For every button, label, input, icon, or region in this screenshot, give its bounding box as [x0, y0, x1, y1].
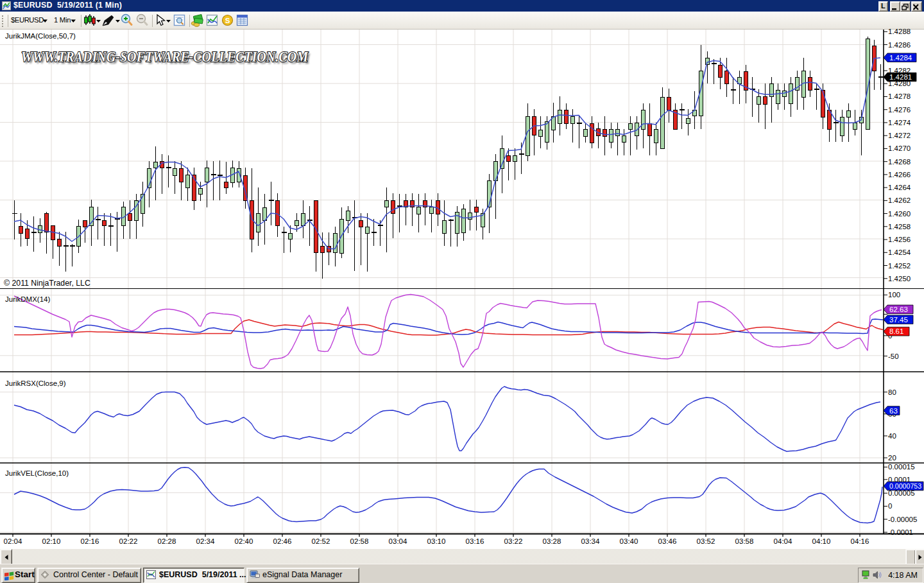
svg-text:03:04: 03:04 [389, 537, 407, 545]
svg-text:02:40: 02:40 [235, 537, 253, 545]
svg-text:03:16: 03:16 [466, 537, 484, 545]
svg-text:1.4284: 1.4284 [889, 54, 912, 62]
svg-text:02:22: 02:22 [119, 537, 138, 545]
svg-text:JurikVEL(Close,10): JurikVEL(Close,10) [5, 469, 69, 477]
svg-text:1.4250: 1.4250 [888, 275, 911, 283]
svg-text:04:10: 04:10 [812, 537, 831, 545]
svg-text:62.63: 62.63 [889, 306, 908, 313]
svg-text:100: 100 [888, 291, 900, 299]
svg-text:1.4270: 1.4270 [888, 144, 911, 152]
svg-text:1.4274: 1.4274 [888, 119, 911, 126]
svg-text:20: 20 [888, 454, 896, 462]
svg-text:1.4278: 1.4278 [888, 92, 911, 100]
svg-text:1.4254: 1.4254 [888, 248, 911, 256]
svg-text:02:34: 02:34 [196, 537, 215, 545]
svg-text:1.4281: 1.4281 [889, 73, 912, 81]
svg-text:1.4258: 1.4258 [888, 223, 911, 231]
svg-text:37.45: 37.45 [889, 316, 908, 324]
svg-text:WWW.TRADING-SOFTWARE-COLLECTIO: WWW.TRADING-SOFTWARE-COLLECTION.COM [21, 48, 309, 65]
svg-text:03:58: 03:58 [735, 537, 754, 545]
svg-text:1.4276: 1.4276 [888, 106, 911, 114]
svg-text:40: 40 [888, 432, 896, 440]
svg-text:1.4272: 1.4272 [888, 132, 911, 139]
svg-text:04:16: 04:16 [851, 537, 869, 545]
svg-text:1.4262: 1.4262 [888, 196, 911, 204]
svg-text:© 2011 NinjaTrader, LLC: © 2011 NinjaTrader, LLC [4, 279, 90, 288]
svg-text:1.4268: 1.4268 [888, 158, 911, 166]
svg-text:JurikJMA(Close,50,7): JurikJMA(Close,50,7) [5, 32, 76, 40]
svg-text:03:46: 03:46 [658, 537, 677, 545]
svg-text:02:16: 02:16 [81, 537, 99, 545]
svg-text:03:28: 03:28 [543, 537, 561, 545]
svg-text:-0.00005: -0.00005 [888, 516, 917, 523]
svg-text:JurikDMX(14): JurikDMX(14) [5, 295, 50, 303]
svg-text:1.4256: 1.4256 [888, 236, 911, 243]
svg-text:JurikRSX(Close,9): JurikRSX(Close,9) [5, 379, 66, 387]
svg-text:03:22: 03:22 [504, 537, 523, 545]
svg-text:03:10: 03:10 [427, 537, 446, 545]
svg-text:1.4286: 1.4286 [888, 41, 911, 49]
svg-text:80: 80 [888, 388, 896, 396]
svg-text:04:04: 04:04 [774, 537, 792, 545]
svg-text:1.4266: 1.4266 [888, 171, 911, 178]
svg-text:03:34: 03:34 [581, 537, 600, 545]
svg-text:-0.0001: -0.0001 [888, 528, 913, 536]
svg-text:02:58: 02:58 [350, 537, 369, 545]
svg-text:-50: -50 [888, 352, 899, 360]
svg-text:8.61: 8.61 [889, 327, 903, 335]
svg-text:02:10: 02:10 [42, 537, 61, 545]
svg-text:03:52: 03:52 [697, 537, 715, 545]
svg-text:03:40: 03:40 [620, 537, 638, 545]
svg-text:0.00015: 0.00015 [888, 463, 915, 471]
svg-text:1.4288: 1.4288 [888, 28, 911, 35]
svg-text:0.0000753: 0.0000753 [889, 482, 921, 490]
svg-text:0: 0 [888, 502, 892, 510]
svg-text:1.4260: 1.4260 [888, 210, 911, 218]
svg-text:02:04: 02:04 [4, 537, 22, 545]
svg-text:63: 63 [889, 407, 898, 415]
svg-text:02:28: 02:28 [158, 537, 176, 545]
svg-text:1.4264: 1.4264 [888, 184, 911, 191]
svg-text:02:52: 02:52 [312, 537, 330, 545]
svg-text:1.4252: 1.4252 [888, 262, 911, 270]
svg-text:02:46: 02:46 [273, 537, 292, 545]
